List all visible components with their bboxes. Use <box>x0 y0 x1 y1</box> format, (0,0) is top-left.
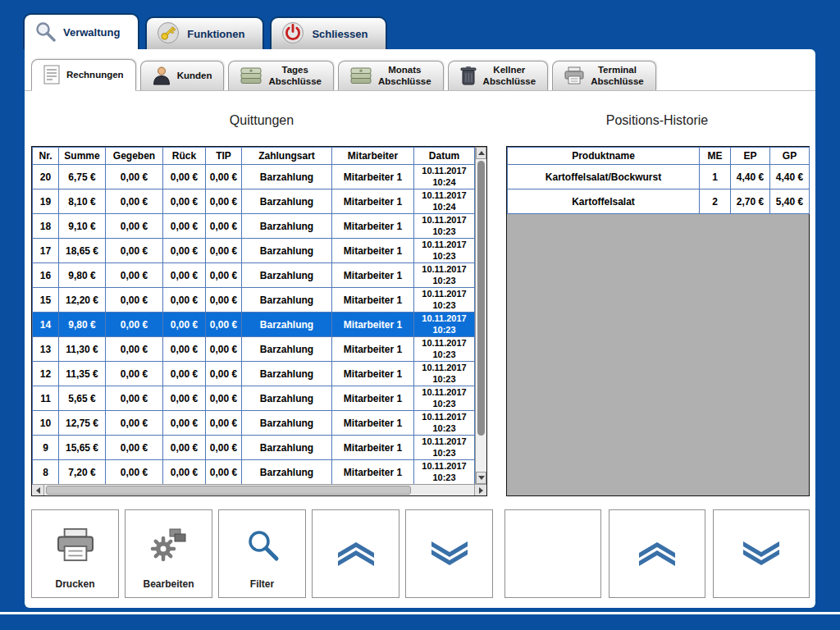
receipt-row[interactable]: 915,65 €0,00 €0,00 €0,00 €BarzahlungMita… <box>33 436 475 460</box>
receipt-cell-mitarbeiter: Mitarbeiter 1 <box>332 165 414 189</box>
positions-column-header: Produktname <box>508 148 700 165</box>
positions-scroll-down-button[interactable] <box>713 509 810 598</box>
receipts-vertical-scrollbar[interactable] <box>475 147 486 484</box>
receipts-column-header: Summe <box>59 148 106 165</box>
receipt-cell-summe: 6,75 € <box>59 165 106 189</box>
positions-table-container: ProduktnameMEEPGP Kartoffelsalat/Bockwur… <box>506 146 810 496</box>
receipt-cell-datum: 10.11.201710:23 <box>414 313 475 337</box>
receipt-cell-datum: 10.11.201710:23 <box>414 436 475 460</box>
scrollbar-thumb[interactable] <box>46 486 411 495</box>
receipt-row[interactable]: 189,10 €0,00 €0,00 €0,00 €BarzahlungMita… <box>33 214 475 239</box>
receipt-cell-tip: 0,00 € <box>206 337 242 362</box>
tab-schliessen[interactable]: Schliessen <box>270 16 387 49</box>
receipt-cell-nr: 20 <box>33 165 59 189</box>
tab-label: Kunden <box>177 71 212 82</box>
tab-label: Kellner <box>483 65 536 76</box>
scrollbar-track[interactable] <box>44 485 474 495</box>
receipt-cell-zahlungsart: Barzahlung <box>242 362 332 386</box>
tab-verwaltung[interactable]: Verwaltung <box>23 13 139 49</box>
scrollbar-thumb[interactable] <box>477 161 485 436</box>
receipts-column-header: Datum <box>414 148 475 165</box>
receipt-row[interactable]: 1512,20 €0,00 €0,00 €0,00 €BarzahlungMit… <box>33 288 475 313</box>
button-label: Drucken <box>55 578 94 597</box>
tab-kunden[interactable]: Kunden <box>140 61 225 90</box>
tab-funktionen[interactable]: Funktionen <box>145 16 264 49</box>
receipt-cell-zahlungsart: Barzahlung <box>242 288 332 313</box>
receipt-cell-zahlungsart: Barzahlung <box>242 239 332 263</box>
receipt-cell-summe: 9,10 € <box>59 214 106 239</box>
receipt-cell-datum: 10.11.201710:23 <box>414 362 475 386</box>
receipt-row[interactable]: 149,80 €0,00 €0,00 €0,00 €BarzahlungMita… <box>33 313 475 337</box>
scrollbar-track[interactable] <box>476 159 486 472</box>
receipt-cell-rueck: 0,00 € <box>163 288 206 313</box>
scroll-right-button[interactable] <box>474 485 486 495</box>
receipt-cell-zahlungsart: Barzahlung <box>242 313 332 337</box>
receipt-cell-zahlungsart: Barzahlung <box>242 436 332 460</box>
receipt-cell-rueck: 0,00 € <box>163 189 206 214</box>
receipt-cell-zahlungsart: Barzahlung <box>242 165 332 189</box>
receipt-cell-rueck: 0,00 € <box>163 386 206 411</box>
receipts-scroll-down-button[interactable] <box>405 509 493 598</box>
receipt-cell-rueck: 0,00 € <box>163 362 206 386</box>
receipts-scroll-up-button[interactable] <box>312 509 399 598</box>
filter-button[interactable]: Filter <box>218 509 306 598</box>
tab-kellner-abschluesse[interactable]: KellnerAbschlüsse <box>448 61 549 90</box>
receipts-horizontal-scrollbar[interactable] <box>32 484 486 495</box>
positions-scroll-up-button[interactable] <box>609 509 705 598</box>
receipts-button-group: Drucken <box>31 509 493 598</box>
tab-monats-abschluesse[interactable]: MonatsAbschlüsse <box>338 61 444 90</box>
receipt-cell-mitarbeiter: Mitarbeiter 1 <box>332 313 414 337</box>
chevron-down-icon <box>742 510 780 597</box>
tables-area: Nr.SummeGegebenRückTIPZahlungsartMitarbe… <box>31 146 815 496</box>
triangle-right-icon <box>479 487 483 494</box>
chevron-up-icon <box>337 510 375 597</box>
receipt-row[interactable]: 198,10 €0,00 €0,00 €0,00 €BarzahlungMita… <box>33 189 475 214</box>
gear-icon <box>150 510 188 578</box>
receipt-cell-datum: 10.11.201710:23 <box>414 214 475 239</box>
receipts-column-header: TIP <box>206 148 242 165</box>
receipt-row[interactable]: 1211,35 €0,00 €0,00 €0,00 €BarzahlungMit… <box>33 362 475 386</box>
position-row[interactable]: Kartoffelsalat/Bockwurst14,40 €4,40 € <box>508 165 810 189</box>
receipt-cell-nr: 9 <box>33 436 59 460</box>
receipt-row[interactable]: 1311,30 €0,00 €0,00 €0,00 €BarzahlungMit… <box>33 337 475 362</box>
scroll-left-button[interactable] <box>32 485 44 495</box>
receipt-cell-gegeben: 0,00 € <box>106 263 163 288</box>
receipt-cell-tip: 0,00 € <box>206 165 242 189</box>
receipt-row[interactable]: 169,80 €0,00 €0,00 €0,00 €BarzahlungMita… <box>33 263 475 288</box>
receipt-cell-rueck: 0,00 € <box>163 411 206 436</box>
position-cell-me: 1 <box>700 165 731 189</box>
scroll-up-button[interactable] <box>476 147 486 159</box>
drucken-button[interactable]: Drucken <box>31 509 119 598</box>
trash-icon <box>460 66 477 87</box>
receipt-row[interactable]: 115,65 €0,00 €0,00 €0,00 €BarzahlungMita… <box>33 386 475 411</box>
receipt-row[interactable]: 1012,75 €0,00 €0,00 €0,00 €BarzahlungMit… <box>33 411 475 436</box>
receipt-cell-mitarbeiter: Mitarbeiter 1 <box>332 460 414 485</box>
tab-rechnungen[interactable]: Rechnungen <box>31 59 136 90</box>
receipt-cell-tip: 0,00 € <box>206 239 242 263</box>
position-row[interactable]: Kartoffelsalat22,70 €5,40 € <box>508 189 810 214</box>
receipt-cell-rueck: 0,00 € <box>163 263 206 288</box>
receipt-row[interactable]: 87,20 €0,00 €0,00 €0,00 €BarzahlungMitar… <box>33 460 475 485</box>
receipt-cell-zahlungsart: Barzahlung <box>242 460 332 485</box>
tab-tages-abschluesse[interactable]: TagesAbschlüsse <box>228 61 334 90</box>
receipt-cell-gegeben: 0,00 € <box>106 313 163 337</box>
tab-terminal-abschluesse[interactable]: TerminalAbschlüsse <box>552 61 656 90</box>
positions-empty-button[interactable] <box>504 509 601 598</box>
receipt-cell-nr: 11 <box>33 386 59 411</box>
receipt-cell-gegeben: 0,00 € <box>106 460 163 485</box>
receipt-cell-rueck: 0,00 € <box>163 239 206 263</box>
receipts-column-header: Mitarbeiter <box>332 148 414 165</box>
receipt-icon <box>43 65 60 86</box>
receipt-row[interactable]: 1718,65 €0,00 €0,00 €0,00 €BarzahlungMit… <box>33 239 475 263</box>
receipt-cell-mitarbeiter: Mitarbeiter 1 <box>332 214 414 239</box>
scroll-down-button[interactable] <box>476 472 486 484</box>
receipt-cell-datum: 10.11.201710:23 <box>414 411 475 436</box>
receipt-row[interactable]: 206,75 €0,00 €0,00 €0,00 €BarzahlungMita… <box>33 165 475 189</box>
receipt-cell-zahlungsart: Barzahlung <box>242 386 332 411</box>
bearbeiten-button[interactable]: Bearbeiten <box>125 509 212 598</box>
tab-label: Funktionen <box>187 28 244 40</box>
cash-icon <box>240 66 262 86</box>
receipt-cell-mitarbeiter: Mitarbeiter 1 <box>332 288 414 313</box>
receipt-cell-rueck: 0,00 € <box>163 337 206 362</box>
receipt-cell-gegeben: 0,00 € <box>106 386 163 411</box>
